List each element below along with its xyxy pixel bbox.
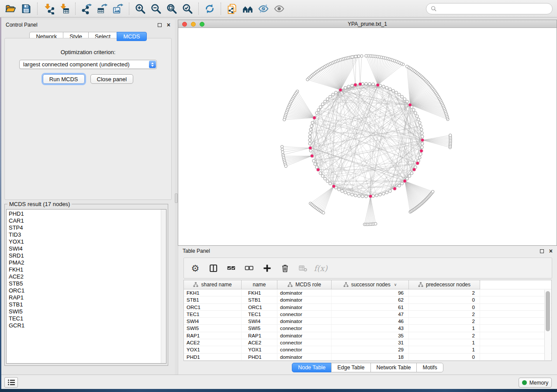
zoom-selected-icon[interactable] — [180, 2, 195, 16]
float-window-icon[interactable] — [158, 23, 162, 27]
mcds-result-item[interactable]: TEC1 — [7, 315, 161, 322]
ring-node[interactable] — [319, 172, 322, 175]
ring-node[interactable] — [415, 115, 419, 118]
table-row[interactable]: ACE2ACE2connector311 — [184, 339, 551, 346]
show-all-icon[interactable] — [271, 2, 287, 16]
ring-node[interactable] — [351, 193, 354, 196]
tab-edge-table[interactable]: Edge Table — [331, 363, 370, 372]
close-panel-icon[interactable]: × — [167, 23, 170, 27]
ring-node[interactable] — [309, 132, 312, 135]
ring-node[interactable] — [347, 192, 350, 195]
ring-node[interactable] — [324, 100, 327, 103]
mcds-result-item[interactable]: CAR1 — [7, 217, 161, 224]
ring-node[interactable] — [326, 98, 329, 101]
mcds-node[interactable] — [309, 146, 312, 150]
leaf-node[interactable] — [360, 55, 363, 57]
mcds-result-item[interactable]: PMA2 — [7, 259, 161, 266]
mcds-result-item[interactable]: RAP1 — [7, 294, 161, 301]
import-table-icon[interactable] — [56, 2, 72, 16]
ring-node[interactable] — [308, 139, 311, 142]
column-header-predecessor-nodes[interactable]: predecessor nodes — [409, 280, 480, 289]
ring-node[interactable] — [421, 146, 424, 149]
ring-node[interactable] — [417, 118, 420, 121]
ring-node[interactable] — [385, 191, 388, 194]
hide-selected-icon[interactable] — [256, 2, 271, 16]
table-row[interactable]: PHD1PHD1dominator180 — [184, 354, 551, 361]
ring-node[interactable] — [310, 125, 313, 128]
ring-node[interactable] — [335, 91, 338, 94]
ring-node[interactable] — [382, 85, 385, 88]
ring-node[interactable] — [401, 182, 404, 185]
ring-node[interactable] — [398, 184, 401, 187]
network-canvas[interactable] — [178, 28, 557, 245]
ring-node[interactable] — [379, 193, 382, 196]
table-scrollbar-thumb[interactable] — [546, 291, 550, 331]
mcds-result-item[interactable]: ORC1 — [7, 287, 161, 294]
leaf-node[interactable] — [283, 118, 286, 121]
ring-node[interactable] — [321, 175, 324, 178]
ring-node[interactable] — [419, 125, 422, 128]
column-header-shared-name[interactable]: shared name — [184, 280, 242, 289]
tab-mcds[interactable]: MCDS — [117, 32, 146, 41]
float-window-icon[interactable] — [540, 249, 544, 253]
leaf-node[interactable] — [306, 78, 309, 81]
ring-node[interactable] — [329, 182, 332, 185]
table-row[interactable]: SWI5SWI5connector431 — [184, 325, 551, 332]
ring-node[interactable] — [317, 109, 320, 112]
ring-node[interactable] — [361, 195, 364, 198]
tab-motifs[interactable]: Motifs — [416, 363, 443, 372]
ring-node[interactable] — [418, 156, 421, 159]
mcds-result-item[interactable]: SWI4 — [7, 245, 161, 252]
ring-node[interactable] — [312, 159, 315, 162]
tab-network-table[interactable]: Network Table — [370, 363, 417, 372]
criterion-dropdown[interactable]: largest connected component (undirected) — [19, 60, 157, 69]
clone-network-icon[interactable] — [224, 2, 240, 16]
leaf-node[interactable] — [354, 55, 357, 58]
mcds-node[interactable] — [420, 149, 423, 153]
ring-node[interactable] — [372, 83, 375, 86]
tab-node-table[interactable]: Node Table — [292, 363, 332, 372]
memory-button[interactable]: Memory — [519, 378, 552, 388]
first-neighbors-icon[interactable] — [240, 2, 256, 16]
table-row[interactable]: YOX1YOX1connector291 — [184, 346, 551, 353]
ring-node[interactable] — [414, 112, 417, 115]
import-network-icon[interactable] — [41, 2, 56, 16]
ring-node[interactable] — [347, 85, 350, 88]
ring-node[interactable] — [389, 189, 392, 193]
ring-node[interactable] — [412, 109, 415, 112]
mcds-node[interactable] — [408, 103, 412, 107]
table-row[interactable]: RAP1RAP1dominator352 — [184, 332, 551, 339]
mcds-result-item[interactable]: TID3 — [7, 231, 161, 238]
deselect-all-icon[interactable] — [244, 263, 254, 273]
leaf-node[interactable] — [374, 223, 377, 225]
mcds-node[interactable] — [421, 138, 424, 142]
mcds-result-item[interactable]: FKH1 — [7, 266, 161, 273]
table-row[interactable]: SWI4SWI4dominator462 — [184, 318, 551, 325]
ring-node[interactable] — [408, 175, 411, 178]
ring-node[interactable] — [368, 83, 371, 86]
leaf-node[interactable] — [449, 134, 452, 137]
ring-node[interactable] — [341, 189, 344, 193]
mcds-result-item[interactable]: YOX1 — [7, 238, 161, 245]
ring-node[interactable] — [382, 192, 385, 195]
mcds-node[interactable] — [376, 83, 380, 87]
table-row[interactable]: TEC1TEC1connector472 — [184, 311, 551, 318]
column-header-name[interactable]: name — [242, 280, 277, 289]
ring-node[interactable] — [421, 132, 424, 135]
mcds-result-item[interactable]: SWI5 — [7, 308, 161, 315]
column-header-MCDS-role[interactable]: MCDS role — [277, 280, 332, 289]
open-session-icon[interactable] — [3, 2, 18, 16]
mcds-result-item[interactable]: GCR1 — [7, 322, 161, 329]
table-scrollbar[interactable] — [544, 290, 551, 360]
ring-node[interactable] — [398, 93, 401, 96]
network-graph[interactable] — [178, 28, 557, 245]
add-icon[interactable] — [262, 263, 272, 273]
table-row[interactable]: FKH1FKH1dominator962 — [184, 289, 551, 296]
mcds-result-item[interactable]: STB1 — [7, 301, 161, 308]
mcds-node[interactable] — [393, 187, 397, 190]
ring-node[interactable] — [321, 103, 324, 106]
ring-node[interactable] — [420, 128, 423, 131]
zoom-fit-icon[interactable] — [164, 2, 180, 16]
columns-icon[interactable] — [208, 263, 218, 273]
select-all-icon[interactable] — [226, 263, 236, 273]
